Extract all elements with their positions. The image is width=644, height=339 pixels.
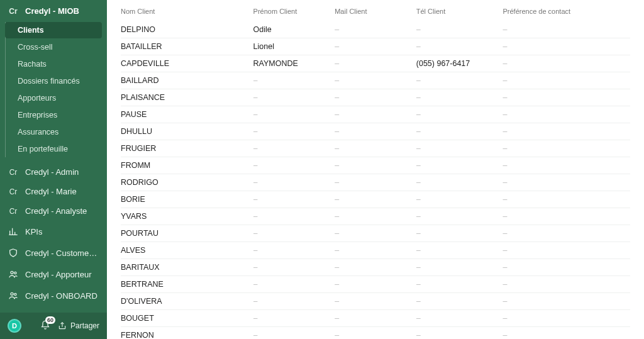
cell-mail: – bbox=[335, 225, 416, 242]
cell-prenom: – bbox=[253, 72, 335, 89]
table-row[interactable]: BORIE–––– bbox=[121, 191, 630, 208]
table-row[interactable]: BATAILLERLionel––– bbox=[121, 38, 630, 55]
sidebar-link-label: Credyl - ONBOARD bbox=[25, 291, 97, 301]
col-pref[interactable]: Préférence de contact bbox=[502, 0, 630, 21]
cell-prenom: RAYMONDE bbox=[253, 55, 335, 72]
cell-prenom: – bbox=[253, 174, 335, 191]
sidebar-subitem[interactable]: Apporteurs bbox=[5, 90, 102, 106]
cell-pref: – bbox=[502, 140, 630, 157]
cell-nom: FRUGIER bbox=[121, 140, 253, 157]
cell-tel: – bbox=[416, 72, 503, 89]
cell-mail: – bbox=[335, 55, 416, 72]
cell-pref: – bbox=[502, 242, 630, 259]
table-row[interactable]: DELPINOOdile––– bbox=[121, 21, 630, 38]
main-content: Nom Client Prénom Client Mail Client Tél… bbox=[107, 0, 644, 339]
workspace-abbr: Cr bbox=[8, 7, 19, 16]
cell-prenom: – bbox=[253, 191, 335, 208]
table-row[interactable]: PLAISANCE–––– bbox=[121, 89, 630, 106]
chart-icon bbox=[8, 226, 19, 237]
cell-nom: ALVES bbox=[121, 242, 253, 259]
table-row[interactable]: RODRIGO–––– bbox=[121, 174, 630, 191]
table-row[interactable]: DHULLU–––– bbox=[121, 123, 630, 140]
cell-nom: YVARS bbox=[121, 208, 253, 225]
col-mail[interactable]: Mail Client bbox=[335, 0, 416, 21]
cell-nom: BAILLARD bbox=[121, 72, 253, 89]
cell-pref: – bbox=[502, 123, 630, 140]
sidebar-link-label: Credyl - Customer S… bbox=[25, 248, 99, 258]
share-label: Partager bbox=[70, 321, 99, 330]
cell-prenom: – bbox=[253, 327, 335, 340]
table-row[interactable]: FRUGIER–––– bbox=[121, 140, 630, 157]
table-row[interactable]: PAUSE–––– bbox=[121, 106, 630, 123]
sidebar-subitem[interactable]: Rachats bbox=[5, 56, 102, 72]
sidebar-link[interactable]: CrCredyl - Analyste bbox=[0, 201, 107, 221]
cell-tel: – bbox=[416, 38, 503, 55]
cell-nom: PLAISANCE bbox=[121, 89, 253, 106]
table-row[interactable]: FERNON–––– bbox=[121, 327, 630, 340]
col-nom[interactable]: Nom Client bbox=[121, 0, 253, 21]
cell-mail: – bbox=[335, 276, 416, 293]
cell-mail: – bbox=[335, 327, 416, 340]
table-header-row: Nom Client Prénom Client Mail Client Tél… bbox=[121, 0, 630, 21]
table-row[interactable]: D'OLIVERA–––– bbox=[121, 293, 630, 310]
shield-icon bbox=[8, 247, 19, 258]
cell-prenom: – bbox=[253, 242, 335, 259]
share-icon bbox=[58, 321, 67, 330]
sidebar-subitem[interactable]: Cross-sell bbox=[5, 39, 102, 55]
share-button[interactable]: Partager bbox=[58, 321, 99, 330]
cell-prenom: – bbox=[253, 225, 335, 242]
svg-point-0 bbox=[11, 271, 13, 274]
table-row[interactable]: BOUGET–––– bbox=[121, 310, 630, 327]
sidebar-subitem[interactable]: Clients bbox=[5, 22, 102, 38]
cell-pref: – bbox=[502, 21, 630, 38]
cell-nom: DHULLU bbox=[121, 123, 253, 140]
table-row[interactable]: FROMM–––– bbox=[121, 157, 630, 174]
cell-tel: – bbox=[416, 208, 503, 225]
sidebar-link[interactable]: CrCredyl - Marie bbox=[0, 182, 107, 201]
cell-prenom: – bbox=[253, 89, 335, 106]
table-row[interactable]: ALVES–––– bbox=[121, 242, 630, 259]
table-row[interactable]: YVARS–––– bbox=[121, 208, 630, 225]
table-row[interactable]: BAILLARD–––– bbox=[121, 72, 630, 89]
cell-pref: – bbox=[502, 55, 630, 72]
cell-prenom: – bbox=[253, 140, 335, 157]
cell-prenom: – bbox=[253, 310, 335, 327]
cell-tel: – bbox=[416, 106, 503, 123]
table-row[interactable]: POURTAU–––– bbox=[121, 225, 630, 242]
table-row[interactable]: BARITAUX–––– bbox=[121, 259, 630, 276]
sidebar-link[interactable]: CrCredyl - Admin bbox=[0, 162, 107, 182]
sidebar-subitem[interactable]: Dossiers financés bbox=[5, 73, 102, 89]
cell-nom: BATAILLER bbox=[121, 38, 253, 55]
cell-tel: – bbox=[416, 293, 503, 310]
sidebar-subitem[interactable]: En portefeuille bbox=[5, 141, 102, 157]
sidebar-link[interactable]: Credyl - Apporteur bbox=[0, 264, 107, 285]
sidebar-link-label: Credyl - Apporteur bbox=[25, 270, 92, 279]
sidebar-link[interactable]: KPIs bbox=[0, 221, 107, 242]
cell-tel: – bbox=[416, 276, 503, 293]
sidebar-subitem[interactable]: Assurances bbox=[5, 124, 102, 140]
cell-pref: – bbox=[502, 89, 630, 106]
sidebar-link[interactable]: Credyl - ONBOARD bbox=[0, 285, 107, 306]
table-row[interactable]: CAPDEVILLERAYMONDE–(055) 967-6417– bbox=[121, 55, 630, 72]
cell-prenom: – bbox=[253, 106, 335, 123]
cell-mail: – bbox=[335, 310, 416, 327]
sidebar-link-label: KPIs bbox=[25, 227, 42, 236]
cell-mail: – bbox=[335, 140, 416, 157]
avatar[interactable]: D bbox=[8, 319, 21, 333]
sidebar-link[interactable]: Credyl - Customer S… bbox=[0, 242, 107, 264]
notifications-button[interactable]: 60 bbox=[40, 320, 50, 332]
cell-nom: BOUGET bbox=[121, 310, 253, 327]
cell-mail: – bbox=[335, 89, 416, 106]
cell-mail: – bbox=[335, 123, 416, 140]
workspace-header[interactable]: Cr Credyl - MIOB bbox=[0, 0, 107, 19]
col-tel[interactable]: Tél Client bbox=[416, 0, 503, 21]
sidebar-subitem[interactable]: Entreprises bbox=[5, 107, 102, 123]
table-scroll[interactable]: Nom Client Prénom Client Mail Client Tél… bbox=[107, 0, 644, 339]
cell-prenom: Odile bbox=[253, 21, 335, 38]
table-row[interactable]: BERTRANE–––– bbox=[121, 276, 630, 293]
app-root: Cr Credyl - MIOB ClientsCross-sellRachat… bbox=[0, 0, 644, 339]
cell-prenom: Lionel bbox=[253, 38, 335, 55]
cell-nom: FERNON bbox=[121, 327, 253, 340]
col-prenom[interactable]: Prénom Client bbox=[253, 0, 335, 21]
cell-pref: – bbox=[502, 327, 630, 340]
